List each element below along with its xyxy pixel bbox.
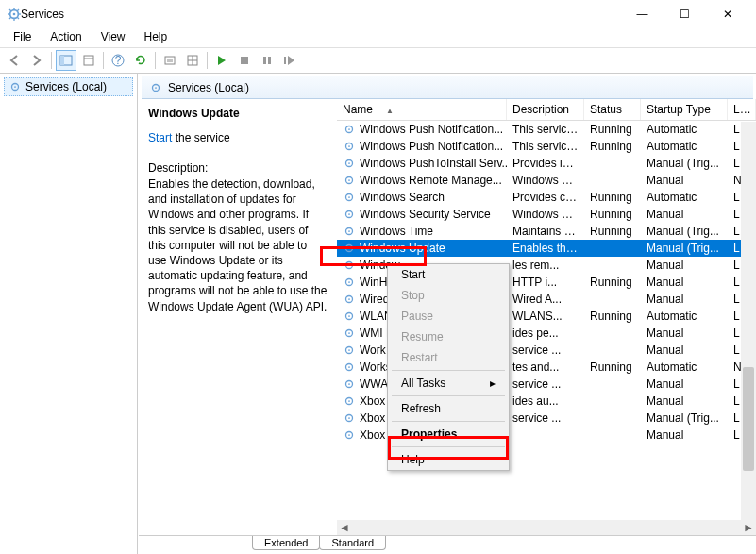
cell-status: Running: [584, 225, 641, 238]
column-logon[interactable]: Log: [728, 99, 756, 120]
ctx-restart: Restart: [388, 347, 509, 368]
export-button[interactable]: [78, 50, 99, 71]
chevron-right-icon: ▸: [490, 377, 496, 390]
maximize-button[interactable]: ☐: [664, 0, 706, 28]
svg-point-51: [348, 298, 350, 300]
column-startup-type[interactable]: Startup Type: [641, 99, 728, 120]
menu-file[interactable]: File: [6, 28, 39, 47]
restart-service-button[interactable]: [279, 50, 300, 71]
svg-rect-12: [84, 56, 93, 65]
ctx-help[interactable]: Help: [388, 449, 509, 470]
cell-startup-type: Automatic: [641, 310, 728, 323]
column-status[interactable]: Status: [584, 99, 641, 120]
cell-startup-type: Manual: [641, 276, 728, 289]
cell-startup-type: Manual: [641, 174, 728, 187]
ctx-start[interactable]: Start: [388, 264, 509, 285]
cell-name: Windows Update: [337, 242, 507, 255]
forward-button[interactable]: [26, 50, 47, 71]
cell-description: service ...: [507, 378, 584, 391]
cell-description: ides pe...: [507, 327, 584, 340]
start-link[interactable]: Start: [148, 131, 172, 144]
column-name[interactable]: Name▲: [337, 99, 507, 120]
show-hide-tree-button[interactable]: [56, 50, 76, 71]
table-row[interactable]: Windows Push Notification...This service…: [337, 121, 756, 138]
body-area: Services (Local) Services (Local) Window…: [0, 74, 756, 554]
close-button[interactable]: ✕: [706, 0, 748, 28]
table-row[interactable]: Windows PushToInstall Serv...Provides in…: [337, 155, 756, 172]
horizontal-scrollbar[interactable]: ◄►: [337, 520, 756, 535]
cell-status: Running: [584, 140, 641, 153]
svg-rect-24: [268, 57, 271, 64]
minimize-button[interactable]: —: [621, 0, 664, 28]
cell-startup-type: Manual: [641, 259, 728, 272]
pane-header-label: Services (Local): [168, 81, 249, 94]
cell-description: service ...: [507, 344, 584, 357]
table-row[interactable]: Windows Security ServiceWindows Se...Run…: [337, 206, 756, 223]
menu-help[interactable]: Help: [137, 28, 176, 47]
svg-point-35: [348, 162, 350, 164]
cell-startup-type: Manual (Trig...: [641, 157, 728, 170]
table-row[interactable]: Windows TimeMaintains d...RunningManual …: [337, 223, 756, 240]
cell-startup-type: Manual: [641, 208, 728, 221]
tab-extended[interactable]: Extended: [252, 536, 320, 550]
cell-description: This service ...: [507, 140, 584, 153]
help-button[interactable]: ?: [108, 50, 128, 71]
table-row[interactable]: Windows Remote Manage...Windows R...Manu…: [337, 172, 756, 189]
cell-startup-type: Automatic: [641, 140, 728, 153]
cell-description: Enables the ...: [507, 242, 584, 255]
window-title: Services: [21, 8, 621, 21]
table-row[interactable]: Windows UpdateEnables the ...Manual (Tri…: [337, 240, 756, 257]
cell-status: Running: [584, 191, 641, 204]
svg-point-53: [348, 315, 350, 317]
svg-point-59: [348, 366, 350, 368]
cell-startup-type: Manual: [641, 327, 728, 340]
cell-status: Running: [584, 310, 641, 323]
svg-rect-23: [263, 57, 266, 64]
cell-startup-type: Manual: [641, 293, 728, 306]
cell-name: Windows Push Notification...: [337, 123, 507, 136]
services-icon: [8, 8, 21, 21]
cell-description: Maintains d...: [507, 225, 584, 238]
svg-text:?: ?: [115, 54, 122, 67]
cell-startup-type: Manual (Trig...: [641, 411, 728, 425]
ctx-properties[interactable]: Properties: [388, 424, 509, 445]
cell-name: Windows PushToInstall Serv...: [337, 157, 507, 170]
cell-startup-type: Manual (Trig...: [641, 225, 728, 238]
properties-button[interactable]: [160, 50, 180, 71]
table-row[interactable]: Windows SearchProvides co...RunningAutom…: [337, 189, 756, 206]
back-button[interactable]: [4, 50, 25, 71]
table-row[interactable]: Windows Push Notification...This service…: [337, 138, 756, 155]
cell-startup-type: Automatic: [641, 123, 728, 136]
menu-view[interactable]: View: [93, 28, 133, 47]
svg-point-31: [348, 128, 350, 130]
ctx-stop: Stop: [388, 285, 509, 306]
svg-rect-22: [241, 57, 248, 64]
column-description[interactable]: Description: [507, 99, 584, 120]
cell-description: Provides inf...: [507, 157, 584, 170]
cell-name: Windows Push Notification...: [337, 140, 507, 153]
svg-point-63: [348, 400, 350, 402]
tab-standard[interactable]: Standard: [319, 536, 386, 550]
cell-description: Provides co...: [507, 191, 584, 204]
svg-point-55: [348, 332, 350, 334]
menu-action[interactable]: Action: [42, 28, 89, 47]
tree-item-services-local[interactable]: Services (Local): [4, 77, 133, 96]
vertical-scrollbar[interactable]: [741, 122, 756, 520]
cell-status: Running: [584, 361, 641, 374]
cell-description: tes and...: [507, 361, 584, 374]
ctx-resume: Resume: [388, 327, 509, 347]
refresh-button[interactable]: [130, 50, 151, 71]
stop-service-button[interactable]: [234, 50, 255, 71]
ctx-all-tasks[interactable]: All Tasks▸: [388, 373, 509, 394]
ctx-pause: Pause: [388, 306, 509, 327]
cell-status: Running: [584, 208, 641, 221]
svg-point-49: [348, 281, 350, 283]
ctx-refresh[interactable]: Refresh: [388, 398, 509, 419]
cell-name: Windows Remote Manage...: [337, 174, 507, 187]
context-menu: Start Stop Pause Resume Restart All Task…: [387, 263, 510, 471]
pause-service-button[interactable]: [257, 50, 277, 71]
selected-service-title: Windows Update: [148, 107, 328, 120]
svg-point-41: [348, 213, 350, 215]
start-service-button[interactable]: [211, 50, 232, 71]
grid-button[interactable]: [182, 50, 203, 71]
